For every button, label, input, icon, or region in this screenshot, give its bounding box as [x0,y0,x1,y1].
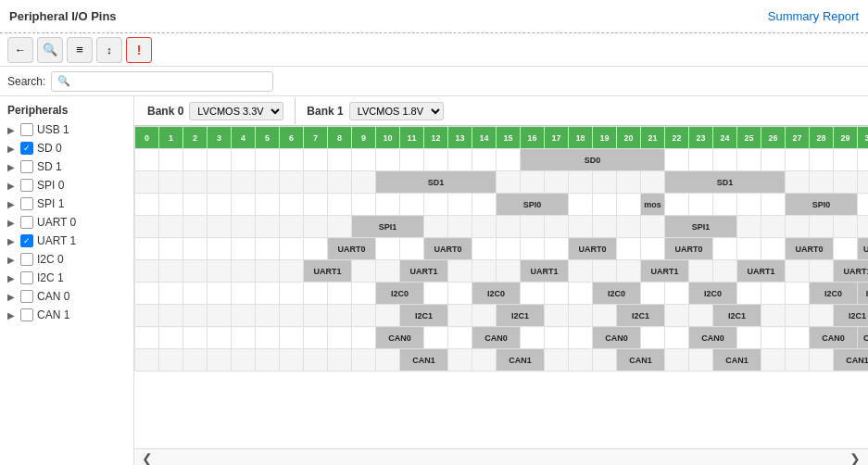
pin-header-8: 8 [328,127,352,149]
grid-cell-empty [737,238,761,260]
sidebar-item-i2c1[interactable]: ▶I2C 1 [0,269,133,287]
grid-cell-empty [352,171,376,194]
grid-cell-empty [689,349,713,371]
grid-cell-empty [183,349,208,371]
sidebar-item-can1[interactable]: ▶CAN 1 [0,306,133,324]
grid-cell-empty [569,327,593,349]
checkbox-can0[interactable] [20,290,33,303]
grid-cell-empty [448,216,472,238]
expand-icon-can0: ▶ [7,292,17,302]
grid-scroll-container[interactable]: 0123456789101112131415161718192021222324… [134,126,868,448]
grid-cell-empty [159,171,183,194]
grid-cell-empty [761,283,786,305]
grid-cell-empty [786,216,810,238]
grid-cell-empty [786,327,810,349]
pin-header-25: 25 [737,127,761,149]
grid-cell-empty [183,194,208,216]
sidebar-item-can0[interactable]: ▶CAN 0 [0,287,133,306]
bank1-label: Bank 1 [307,105,343,118]
grid-cell-empty [761,238,786,260]
grid-cell-empty [665,305,689,327]
grid-cell-empty [810,216,834,238]
grid-area: Bank 0 LVCMOS 3.3V LVCMOS 1.8V LVCMOS 2.… [134,96,868,465]
filter-button[interactable]: ≡ [67,37,93,63]
summary-report-link[interactable]: Summary Report [768,9,859,23]
checkbox-spi1[interactable] [20,197,33,210]
grid-cell-assigned: UART1 [641,260,689,283]
grid-cell-empty [569,194,593,216]
grid-cell-empty [280,194,304,216]
sidebar-item-spi1[interactable]: ▶SPI 1 [0,195,133,213]
search-label: Search: [7,75,45,88]
sidebar-item-i2c0[interactable]: ▶I2C 0 [0,250,133,269]
grid-cell-empty [304,327,328,349]
pin-header-6: 6 [280,127,304,149]
sidebar-item-spi0[interactable]: ▶SPI 0 [0,176,133,195]
grid-cell-assigned: SD1 [376,171,497,194]
grid-cell-empty [569,260,593,283]
grid-cell-empty [256,327,280,349]
checkbox-i2c0[interactable] [20,253,33,266]
grid-cell-assigned: UART0 [786,238,834,260]
grid-cell-empty [328,349,352,371]
grid-cell-empty [713,194,737,216]
checkbox-spi0[interactable] [20,179,33,192]
bank0-voltage-select[interactable]: LVCMOS 3.3V LVCMOS 1.8V LVCMOS 2.5V [189,102,283,120]
grid-cell-empty [280,349,304,371]
grid-cell-empty [400,194,424,216]
bank1-voltage-select[interactable]: LVCMOS 3.3V LVCMOS 1.8V LVCMOS 2.5V [349,102,444,120]
grid-cell-assigned: SD0 [521,149,665,171]
grid-cell-assigned: UART0 [665,238,713,260]
sidebar-item-sd0[interactable]: ▶✓SD 0 [0,139,133,157]
sidebar-item-sd1[interactable]: ▶SD 1 [0,157,133,176]
checkbox-can1[interactable] [20,308,33,321]
checkbox-sd0[interactable]: ✓ [20,142,33,155]
grid-cell-empty [159,327,183,349]
error-button[interactable]: ! [126,37,152,63]
grid-cell-empty [593,194,617,216]
grid-cell-empty [232,305,256,327]
grid-cell-empty [665,349,689,371]
grid-cell-empty [448,327,472,349]
grid-cell-empty [232,349,256,371]
bank1-group: Bank 1 LVCMOS 3.3V LVCMOS 1.8V LVCMOS 2.… [296,102,454,120]
search-toggle-button[interactable]: 🔍 [37,37,63,63]
bank-header-row: Bank 0 LVCMOS 3.3V LVCMOS 1.8V LVCMOS 2.… [134,96,868,126]
grid-cell-empty [135,327,159,349]
search-input[interactable] [74,75,267,88]
grid-cell-empty [208,349,232,371]
sidebar-item-uart1[interactable]: ▶✓UART 1 [0,232,133,250]
expand-button[interactable]: ↕ [96,37,122,63]
grid-cell-empty [858,194,869,216]
sidebar-item-uart0[interactable]: ▶UART 0 [0,213,133,232]
checkbox-usb1[interactable] [20,123,33,136]
checkbox-uart1[interactable]: ✓ [20,234,33,247]
bank0-label: Bank 0 [147,105,183,118]
scroll-left-btn[interactable]: ❮ [138,451,157,465]
grid-cell-empty [810,349,834,371]
back-icon: ← [15,44,26,57]
grid-cell-assigned: CAN1 [617,349,665,371]
pin-header-11: 11 [400,127,424,149]
scroll-right-btn[interactable]: ❯ [846,451,864,465]
grid-cell-empty [352,283,376,305]
grid-cell-empty [135,238,159,260]
grid-cell-empty [352,305,376,327]
grid-cell-empty [183,283,208,305]
checkbox-sd1[interactable] [20,160,33,173]
checkbox-uart0[interactable] [20,216,33,229]
grid-cell-empty [497,238,521,260]
checkbox-i2c1[interactable] [20,271,33,284]
sidebar-item-usb1[interactable]: ▶USB 1 [0,120,133,139]
grid-cell-assigned: I2C0 [593,283,641,305]
grid-cell-empty [665,327,689,349]
pin-header-28: 28 [810,127,834,149]
expand-icon-can1: ▶ [7,310,17,320]
grid-cell-empty [424,194,448,216]
grid-cell-empty [834,238,858,260]
expand-icon-uart0: ▶ [7,218,17,228]
expand-icon-sd1: ▶ [7,162,17,172]
back-button[interactable]: ← [7,37,33,63]
label-uart0: UART 0 [37,216,76,229]
grid-cell-assigned: CAN0 [689,327,737,349]
